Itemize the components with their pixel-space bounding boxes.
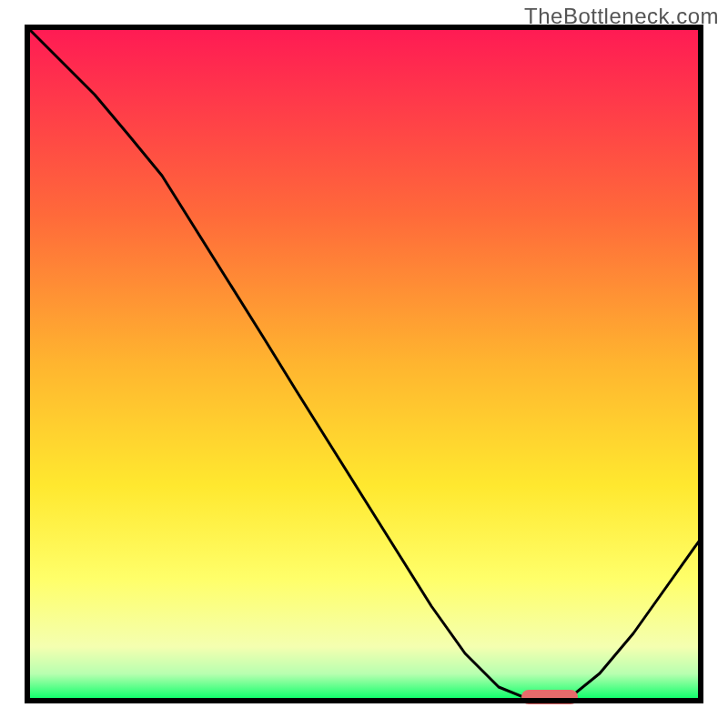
bottleneck-chart <box>0 0 728 728</box>
gradient-background <box>27 27 701 701</box>
watermark-text: TheBottleneck.com <box>524 4 719 29</box>
plot-area <box>27 27 701 704</box>
chart-container: TheBottleneck.com <box>0 0 728 728</box>
